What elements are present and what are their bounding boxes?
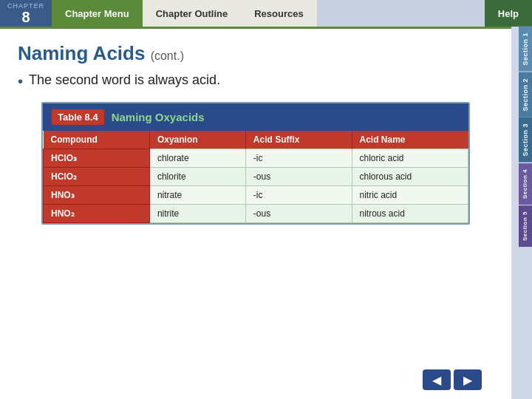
help-button[interactable]: Help — [485, 0, 532, 27]
side-tab-section5[interactable]: Section 5 — [519, 205, 532, 247]
cell-1: chlorate — [149, 149, 245, 168]
cell-0: HNO₃ — [44, 186, 150, 205]
table-row: HClO₃chlorate-icchloric acid — [44, 149, 468, 168]
chapter-outline-button[interactable]: Chapter Outline — [143, 0, 242, 27]
cell-1: chlorite — [149, 168, 245, 186]
col-acid-suffix: Acid Suffix — [245, 131, 352, 149]
chapter-menu-button[interactable]: Chapter Menu — [52, 0, 143, 27]
col-compound: Compound — [44, 131, 150, 149]
chapter-number: 8 — [21, 10, 30, 24]
side-tab-section3[interactable]: Section 3 — [519, 117, 532, 163]
side-tabs: Section 1 Section 2 Section 3 Section 4 … — [519, 27, 532, 247]
table-row: HNO₂nitrite-ousnitrous acid — [44, 205, 468, 223]
table-title: Naming Oxyacids — [112, 111, 205, 123]
main-content: Naming Acids (cont.) • The second word i… — [0, 27, 511, 399]
cell-3: nitrous acid — [352, 205, 468, 223]
table-row: HClO₂chlorite-ouschlorous acid — [44, 168, 468, 186]
side-tab-section4[interactable]: Section 4 — [519, 163, 532, 205]
oxyacids-table: Table 8.4 Naming Oxyacids Compound Oxyan… — [41, 102, 470, 225]
cell-1: nitrite — [149, 205, 245, 223]
cell-2: -ous — [245, 168, 352, 186]
chapter-badge: CHAPTER 8 — [0, 0, 52, 27]
side-tab-section1[interactable]: Section 1 — [519, 27, 532, 72]
cell-2: -ic — [245, 186, 352, 205]
resources-button[interactable]: Resources — [241, 0, 316, 27]
bullet-item: • The second word is always acid. — [18, 72, 494, 90]
cell-0: HNO₂ — [44, 205, 150, 223]
page-title: Naming Acids (cont.) — [18, 42, 494, 65]
cell-2: -ous — [245, 205, 352, 223]
cell-3: nitric acid — [352, 186, 468, 205]
bullet-text: The second word is always acid. — [29, 72, 220, 88]
cont-label: (cont.) — [151, 50, 184, 62]
cell-0: HClO₂ — [44, 168, 150, 186]
col-oxyanion: Oxyanion — [149, 131, 245, 149]
bottom-nav: ◀ ▶ — [423, 369, 482, 390]
table-column-headers: Compound Oxyanion Acid Suffix Acid Name — [44, 131, 468, 149]
cell-0: HClO₃ — [44, 149, 150, 168]
bullet-section: • The second word is always acid. — [18, 72, 494, 90]
data-table: Compound Oxyanion Acid Suffix Acid Name … — [43, 131, 468, 223]
cell-2: -ic — [245, 149, 352, 168]
bullet-dot: • — [18, 72, 23, 90]
table-header-row: Table 8.4 Naming Oxyacids — [43, 103, 468, 131]
side-tab-section2[interactable]: Section 2 — [519, 72, 532, 117]
table-row: HNO₃nitrate-icnitric acid — [44, 186, 468, 205]
table-badge: Table 8.4 — [52, 109, 104, 125]
cell-1: nitrate — [149, 186, 245, 205]
cell-3: chloric acid — [352, 149, 468, 168]
top-nav: CHAPTER 8 Chapter Menu Chapter Outline R… — [0, 0, 532, 27]
col-acid-name: Acid Name — [352, 131, 468, 149]
title-text: Naming Acids — [18, 42, 145, 64]
cell-3: chlorous acid — [352, 168, 468, 186]
back-arrow[interactable]: ◀ — [423, 369, 451, 390]
forward-arrow[interactable]: ▶ — [454, 369, 482, 390]
